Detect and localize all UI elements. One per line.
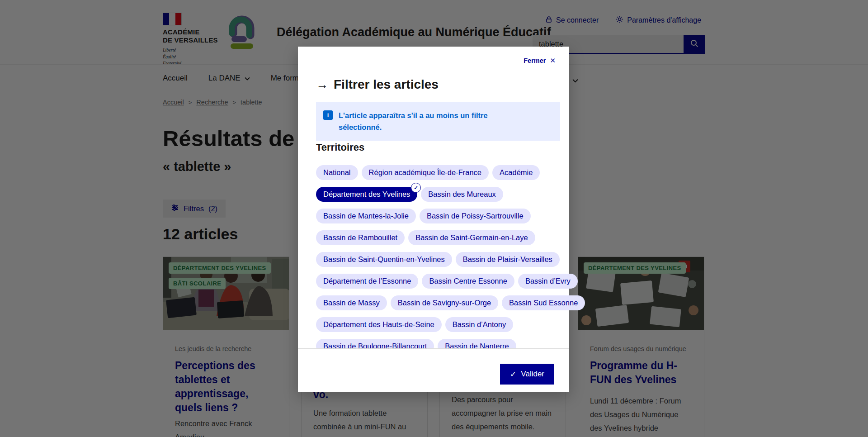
filter-chip-département-des-hauts-de-seine[interactable]: Département des Hauts-de-Seine bbox=[316, 317, 442, 332]
filter-chip-bassin-de-mantes-la-jolie[interactable]: Bassin de Mantes-la-Jolie bbox=[316, 209, 416, 223]
chip-row: NationalRégion académique Île-de-FranceA… bbox=[316, 165, 556, 180]
chip-row: Bassin de Mantes-la-JolieBassin de Poiss… bbox=[316, 209, 556, 223]
close-modal-button[interactable]: Fermer ✕ bbox=[524, 57, 556, 65]
selected-check-badge-icon: ✓ bbox=[411, 183, 421, 193]
modal-footer: ✓ Valider bbox=[298, 348, 569, 392]
filter-chip-bassin-de-savigny-sur-orge[interactable]: Bassin de Savigny-sur-Orge bbox=[391, 295, 498, 310]
info-callout: i L'article apparaîtra s'il a au moins u… bbox=[316, 102, 560, 141]
modal-title: → Filtrer les articles bbox=[316, 77, 439, 92]
filter-chip-bassin-de-saint-quentin-en-yvelines[interactable]: Bassin de Saint-Quentin-en-Yvelines bbox=[316, 252, 452, 267]
filter-chip-département-de-l-essonne[interactable]: Département de l’Essonne bbox=[316, 274, 418, 289]
close-icon: ✕ bbox=[550, 57, 556, 65]
filter-chip-bassin-d-antony[interactable]: Bassin d’Antony bbox=[445, 317, 513, 332]
filter-chip-bassin-sud-essonne[interactable]: Bassin Sud Essonne bbox=[502, 295, 585, 310]
chip-row: Bassin de RambouilletBassin de Saint-Ger… bbox=[316, 230, 556, 245]
validate-button[interactable]: ✓ Valider bbox=[500, 364, 554, 385]
filter-chip-bassin-de-plaisir-versailles[interactable]: Bassin de Plaisir-Versailles bbox=[456, 252, 560, 267]
screen: ACADÉMIE DE VERSAILLES Liberté Égalité F… bbox=[0, 0, 868, 437]
chip-row: Département de l’EssonneBassin Centre Es… bbox=[316, 274, 556, 289]
filter-chip-bassin-de-saint-germain-en-laye[interactable]: Bassin de Saint-Germain-en-Laye bbox=[408, 230, 535, 245]
filter-chip-bassin-d-evry[interactable]: Bassin d’Evry bbox=[518, 274, 578, 289]
chip-row: Bassin de MassyBassin de Savigny-sur-Org… bbox=[316, 295, 556, 310]
filter-chip-département-des-yvelines[interactable]: Département des Yvelines✓ bbox=[316, 187, 417, 202]
chip-row: Département des Hauts-de-SeineBassin d’A… bbox=[316, 317, 556, 332]
close-label: Fermer bbox=[524, 57, 546, 64]
filter-chip-bassin-des-mureaux[interactable]: Bassin des Mureaux bbox=[421, 187, 503, 202]
chip-row: Bassin de Saint-Quentin-en-YvelinesBassi… bbox=[316, 252, 556, 267]
filter-chip-bassin-de-poissy-sartrouville[interactable]: Bassin de Poissy-Sartrouville bbox=[420, 209, 531, 223]
territoires-section-title: Territoires bbox=[316, 142, 364, 153]
filter-chip-bassin-de-rambouillet[interactable]: Bassin de Rambouillet bbox=[316, 230, 405, 245]
arrow-right-icon: → bbox=[316, 78, 328, 92]
filter-chip-région-académique-île-de-france[interactable]: Région académique Île-de-France bbox=[362, 165, 489, 180]
filter-chip-bassin-centre-essonne[interactable]: Bassin Centre Essonne bbox=[422, 274, 514, 289]
info-icon: i bbox=[323, 110, 333, 120]
filter-chip-national[interactable]: National bbox=[316, 165, 358, 180]
chip-row: Département des Yvelines✓Bassin des Mure… bbox=[316, 187, 556, 202]
filter-chip-académie[interactable]: Académie bbox=[492, 165, 540, 180]
check-icon: ✓ bbox=[510, 370, 516, 379]
territory-filter-chips: NationalRégion académique Île-de-FranceA… bbox=[316, 165, 556, 361]
filter-chip-bassin-de-massy[interactable]: Bassin de Massy bbox=[316, 295, 387, 310]
info-text: L'article apparaîtra s'il a au moins un … bbox=[339, 109, 495, 133]
filter-modal: Fermer ✕ → Filtrer les articles i L'arti… bbox=[298, 47, 569, 392]
